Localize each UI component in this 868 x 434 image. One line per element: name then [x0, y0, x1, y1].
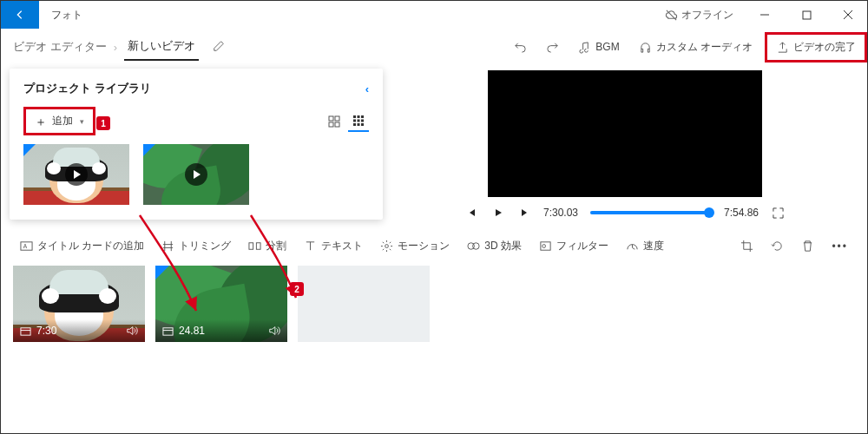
svg-rect-0	[803, 11, 811, 19]
bgm-button[interactable]: BGM	[571, 36, 626, 59]
3d-label: 3D 効果	[484, 239, 522, 253]
svg-rect-24	[163, 327, 173, 334]
annotation-arrow-1	[114, 211, 218, 324]
export-icon	[776, 41, 789, 54]
grid-small-icon	[352, 115, 365, 127]
time-total: 7:54.86	[724, 207, 759, 219]
motion-icon	[380, 240, 393, 253]
library-thumb-1[interactable]	[23, 144, 129, 205]
fullscreen-icon	[773, 207, 784, 219]
library-thumb-2[interactable]	[143, 144, 249, 205]
callout-badge-1: 1	[96, 116, 110, 130]
video-preview[interactable]	[488, 70, 762, 197]
callout-3: ビデオの完了 3	[765, 32, 867, 62]
prev-icon	[467, 207, 477, 218]
crop-button[interactable]	[733, 234, 760, 258]
library-title: プロジェクト ライブラリ	[23, 81, 151, 96]
bgm-label: BGM	[595, 41, 619, 53]
next-icon	[519, 207, 529, 218]
svg-point-22	[542, 245, 546, 248]
maximize-icon	[802, 10, 812, 20]
redo-button[interactable]	[539, 36, 566, 59]
filter-label: フィルター	[556, 239, 608, 253]
command-bar: ビデオ エディター › 新しいビデオ BGM カスタム オーディオ ビデオの完了	[1, 29, 867, 65]
close-icon	[843, 10, 853, 20]
fullscreen-button[interactable]	[771, 206, 785, 220]
3d-effects-button[interactable]: 3D 効果	[460, 233, 529, 259]
duration-icon	[20, 326, 31, 337]
delete-button[interactable]	[794, 234, 821, 258]
svg-rect-4	[335, 122, 339, 127]
svg-rect-1	[329, 116, 333, 121]
finish-video-button[interactable]: ビデオの完了	[767, 35, 865, 60]
volume-icon	[268, 325, 280, 337]
custom-audio-button[interactable]: カスタム オーディオ	[632, 35, 760, 60]
arrow-left-icon	[14, 9, 26, 21]
svg-rect-13	[361, 123, 364, 126]
svg-rect-10	[361, 119, 364, 122]
svg-rect-12	[358, 123, 360, 126]
rename-button[interactable]	[213, 40, 225, 55]
play-button[interactable]	[491, 206, 505, 220]
plus-icon: ＋	[35, 115, 47, 128]
speed-label: 速度	[643, 239, 664, 253]
maximize-button[interactable]	[787, 1, 825, 29]
svg-rect-6	[358, 115, 360, 118]
undo-icon	[514, 41, 527, 54]
breadcrumb: ビデオ エディター › 新しいビデオ	[13, 33, 225, 61]
seek-slider[interactable]	[590, 211, 712, 214]
view-small-button[interactable]	[348, 111, 369, 132]
close-button[interactable]	[829, 1, 867, 29]
svg-text:A: A	[23, 243, 28, 249]
undo-button[interactable]	[507, 36, 534, 59]
collapse-library-button[interactable]: ‹	[365, 82, 369, 95]
3d-icon	[467, 240, 480, 253]
motion-button[interactable]: モーション	[373, 233, 457, 259]
play-icon	[65, 163, 88, 186]
grid-large-icon	[328, 115, 340, 128]
minimize-button[interactable]	[746, 1, 784, 29]
add-media-button[interactable]: ＋ 追加 ▾	[26, 109, 93, 133]
redo-icon	[546, 41, 559, 54]
prev-frame-button[interactable]	[465, 206, 479, 220]
cloud-off-icon	[665, 9, 678, 22]
body: プロジェクト ライブラリ ‹ ＋ 追加 ▾ 1	[1, 65, 867, 220]
app-title: フォト	[39, 8, 656, 23]
offline-label: オフライン	[681, 8, 733, 23]
playback-controls: 7:30.03 7:54.86	[465, 206, 785, 220]
callout-1: ＋ 追加 ▾ 1	[23, 107, 95, 135]
svg-rect-7	[361, 115, 364, 118]
volume-icon	[126, 325, 138, 337]
more-icon: •••	[832, 240, 848, 253]
annotation-arrow-2	[233, 211, 338, 315]
chevron-down-icon: ▾	[80, 117, 84, 126]
svg-rect-8	[353, 119, 356, 122]
svg-rect-5	[353, 115, 356, 118]
svg-rect-11	[353, 123, 356, 126]
title-card-icon: A	[20, 240, 33, 253]
next-frame-button[interactable]	[517, 206, 531, 220]
minimize-icon	[760, 10, 770, 20]
clip-duration: 7:30	[36, 325, 56, 337]
more-button[interactable]: •••	[825, 235, 855, 258]
svg-rect-9	[358, 119, 360, 122]
app-window: フォト オフライン ビデオ エディター › 新しいビデオ	[0, 0, 868, 434]
callout-badge-2: 2	[290, 282, 304, 296]
rotate-button[interactable]	[764, 234, 791, 258]
speed-icon	[626, 240, 639, 253]
speed-button[interactable]: 速度	[619, 233, 671, 259]
rotate-icon	[771, 240, 784, 253]
add-media-label: 追加	[52, 114, 73, 128]
svg-point-18	[385, 245, 389, 248]
pencil-icon	[213, 40, 225, 52]
title-bar: フォト オフライン	[1, 1, 867, 29]
chevron-right-icon: ›	[114, 41, 117, 54]
view-large-button[interactable]	[324, 111, 345, 132]
play-icon	[493, 207, 503, 218]
back-button[interactable]	[1, 1, 39, 29]
filter-button[interactable]: フィルター	[532, 233, 615, 259]
project-library-card: プロジェクト ライブラリ ‹ ＋ 追加 ▾ 1	[10, 69, 383, 220]
project-name[interactable]: 新しいビデオ	[124, 33, 199, 61]
trash-icon	[801, 240, 814, 253]
breadcrumb-root[interactable]: ビデオ エディター	[13, 39, 107, 55]
